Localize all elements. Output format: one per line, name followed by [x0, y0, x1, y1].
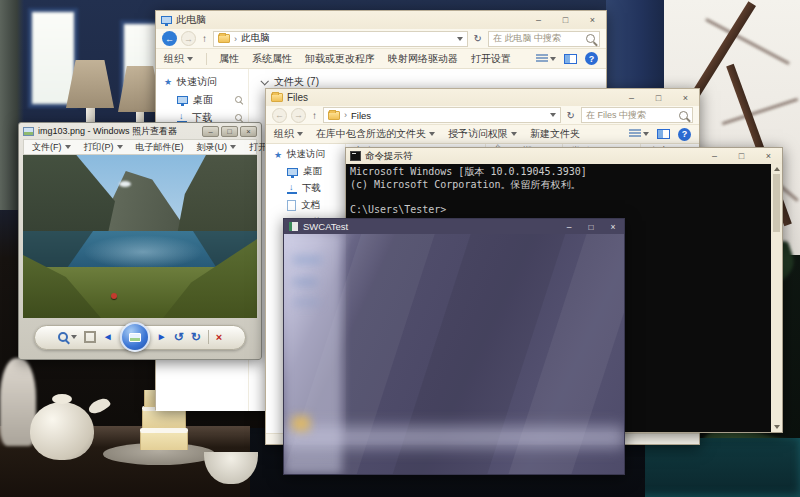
uninstall-program-button[interactable]: 卸载或更改程序	[305, 52, 375, 66]
photo-viewer-window: img103.png - Windows 照片查看器 – □ × 文件(F) 打…	[18, 122, 262, 360]
sidebar-item-documents[interactable]: 文档	[266, 197, 345, 214]
map-network-drive-button[interactable]: 映射网络驱动器	[388, 52, 458, 66]
address-dropdown-icon[interactable]	[550, 113, 556, 117]
quick-access-star-icon: ★	[274, 150, 282, 160]
forward-button[interactable]: →	[181, 31, 196, 46]
breadcrumb-separator: ›	[344, 110, 347, 120]
folders-section-header[interactable]: 文件夹 (7)	[249, 69, 606, 89]
include-in-library-button[interactable]: 在库中包含所选的文件夹	[316, 127, 435, 141]
maximize-button[interactable]: □	[552, 11, 579, 29]
preview-pane-icon[interactable]	[564, 54, 577, 64]
zoom-button[interactable]	[58, 332, 77, 342]
menu-print[interactable]: 打印(P)	[84, 141, 123, 154]
next-button[interactable]: ►	[157, 332, 167, 342]
minimize-button[interactable]: –	[701, 148, 728, 164]
wallpaper-cake-layer	[142, 410, 186, 428]
close-button[interactable]: ×	[240, 126, 257, 137]
blurred-item-ghost	[292, 256, 322, 264]
photo-image	[23, 155, 257, 318]
folder-icon	[271, 93, 283, 102]
maximize-button[interactable]: □	[580, 219, 602, 234]
play-slideshow-button[interactable]	[120, 322, 150, 352]
preview-pane-icon[interactable]	[657, 129, 670, 139]
organize-button[interactable]: 组织	[274, 127, 303, 141]
blurred-item-ghost	[292, 278, 318, 286]
cmd-scrollbar[interactable]	[771, 164, 782, 432]
refresh-button[interactable]: ↻	[565, 110, 577, 121]
back-button[interactable]: ←	[272, 108, 287, 123]
scrollbar-thumb[interactable]	[773, 174, 780, 232]
menu-file[interactable]: 文件(F)	[32, 141, 71, 154]
minimize-button[interactable]: –	[558, 219, 580, 234]
files-title: Files	[287, 92, 308, 103]
menu-burn[interactable]: 刻录(U)	[197, 141, 237, 154]
minimize-button[interactable]: –	[202, 126, 219, 137]
cmd-titlebar: 命令提示符 – □ ×	[346, 148, 782, 164]
wallpaper-teapot-lid	[52, 394, 72, 404]
menu-email[interactable]: 电子邮件(E)	[136, 141, 184, 154]
sidebar-item-desktop[interactable]: 桌面	[266, 163, 345, 180]
chevron-down-icon	[65, 145, 71, 149]
search-placeholder: 在 Files 中搜索	[586, 109, 646, 122]
views-button[interactable]	[536, 54, 556, 64]
this-pc-title: 此电脑	[176, 13, 206, 27]
address-dropdown-icon[interactable]	[457, 37, 463, 41]
close-button[interactable]: ×	[579, 11, 606, 29]
sidebar-item-desktop[interactable]: 桌面	[156, 91, 248, 109]
delete-button[interactable]: ×	[216, 332, 222, 343]
chevron-down-icon	[297, 132, 303, 136]
back-button[interactable]: ←	[162, 31, 177, 46]
photo-viewer-icon	[23, 127, 34, 136]
views-icon	[536, 54, 548, 64]
desktop-icon	[287, 168, 298, 176]
refresh-button[interactable]: ↻	[472, 33, 484, 44]
organize-button[interactable]: 组织	[164, 52, 193, 66]
this-pc-toolbar: 组织 属性 系统属性 卸载或更改程序 映射网络驱动器 打开设置 ?	[156, 49, 606, 69]
search-input[interactable]: 在 Files 中搜索	[581, 107, 693, 123]
help-icon[interactable]: ?	[678, 128, 691, 141]
actual-size-button[interactable]	[84, 331, 96, 343]
maximize-button[interactable]: □	[221, 126, 238, 137]
up-button[interactable]: ↑	[310, 110, 319, 121]
properties-button[interactable]: 属性	[219, 52, 239, 66]
photo-red-figure	[111, 293, 117, 299]
chevron-down-icon	[429, 132, 435, 136]
up-button[interactable]: ↑	[200, 33, 209, 44]
address-field[interactable]: › 此电脑	[213, 31, 468, 47]
search-placeholder: 在 此电脑 中搜索	[493, 32, 561, 45]
scroll-up-icon[interactable]	[774, 167, 780, 171]
chevron-down-icon	[117, 145, 123, 149]
new-folder-button[interactable]: 新建文件夹	[530, 127, 580, 141]
close-button[interactable]: ×	[755, 148, 782, 164]
system-properties-button[interactable]: 系统属性	[252, 52, 292, 66]
minimize-button[interactable]: –	[525, 11, 552, 29]
open-settings-button[interactable]: 打开设置	[471, 52, 511, 66]
views-button[interactable]	[629, 129, 649, 139]
previous-button[interactable]: ◄	[103, 332, 113, 342]
quick-access-star-icon: ★	[164, 77, 172, 87]
rotate-left-button[interactable]: ↺	[174, 331, 184, 343]
rotate-right-button[interactable]: ↻	[191, 331, 201, 343]
breadcrumb[interactable]: Files	[351, 110, 371, 121]
breadcrumb[interactable]: 此电脑	[241, 32, 270, 45]
grant-access-button[interactable]: 授予访问权限	[448, 127, 517, 141]
close-button[interactable]: ×	[602, 219, 624, 234]
minimize-button[interactable]: –	[618, 89, 645, 106]
address-field[interactable]: › Files	[323, 107, 561, 123]
maximize-button[interactable]: □	[645, 89, 672, 106]
sidebar-item-downloads[interactable]: 下载	[266, 180, 345, 197]
photo-viewer-toolbar-area: ◄ ► ↺ ↻ ×	[23, 318, 257, 356]
search-input[interactable]: 在 此电脑 中搜索	[488, 31, 600, 47]
sidebar-item-quick-access[interactable]: ★ 快速访问	[156, 73, 248, 91]
magnifier-icon	[58, 332, 68, 342]
folder-icon	[328, 111, 340, 120]
sidebar-item-quick-access[interactable]: ★ 快速访问	[266, 146, 345, 163]
wallpaper-teapot	[30, 402, 94, 460]
close-button[interactable]: ×	[672, 89, 699, 106]
scroll-down-icon[interactable]	[774, 425, 780, 429]
wallpaper-teal-cabinet	[620, 438, 800, 497]
help-icon[interactable]: ?	[585, 52, 598, 65]
maximize-button[interactable]: □	[728, 148, 755, 164]
photo-viewer-titlebar: img103.png - Windows 照片查看器 – □ ×	[23, 123, 257, 139]
forward-button[interactable]: →	[291, 108, 306, 123]
